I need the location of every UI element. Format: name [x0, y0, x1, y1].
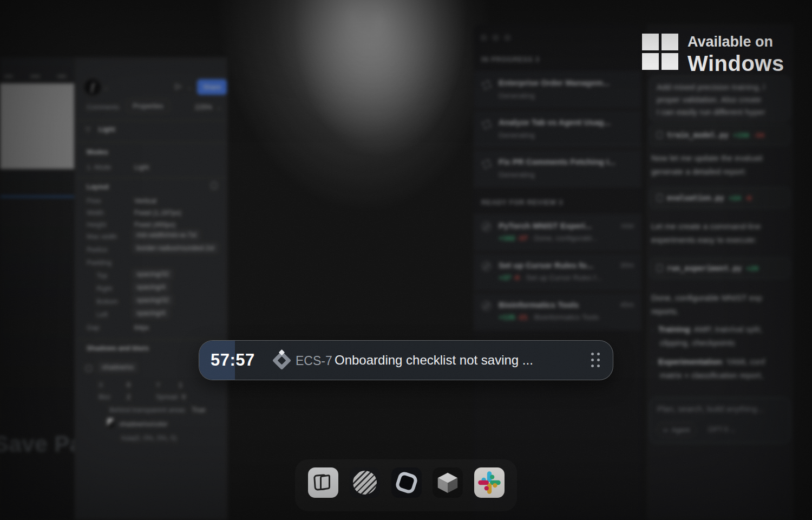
ring-app-icon[interactable] [391, 467, 422, 498]
dim-overlay [0, 0, 812, 520]
badge-line1: Available on [687, 34, 784, 50]
dock [295, 459, 517, 511]
cards-app-icon[interactable] [308, 467, 338, 498]
issue-diamond-icon [272, 351, 291, 370]
slack-pinwheel [474, 467, 505, 498]
issue-key: ECS-7 [296, 354, 332, 368]
available-on-windows-badge: Available on Windows [642, 34, 784, 76]
windows-logo-icon [642, 34, 678, 70]
issue-title: Onboarding checklist not saving ... [335, 353, 533, 368]
slack-icon[interactable] [474, 467, 505, 498]
timer-value: 57:57 [211, 350, 255, 370]
striped-disc [353, 471, 377, 495]
linear-app-icon[interactable] [350, 467, 380, 498]
cube-shape [437, 472, 458, 493]
cube-app-icon[interactable] [433, 467, 463, 498]
badge-line2: Windows [687, 51, 784, 76]
timer-issue-pill[interactable]: 57:57 ECS-7 Onboarding checklist not sav… [199, 340, 613, 380]
desktop-screenshot: Save Page f ⌄ ▷ ⌄ Share Comments Propert… [0, 0, 812, 520]
rounded-ring [394, 470, 418, 495]
drag-handle[interactable] [591, 353, 600, 367]
card-shape [320, 474, 330, 491]
diamond-spark [279, 349, 285, 355]
diamond-hole [278, 356, 286, 365]
